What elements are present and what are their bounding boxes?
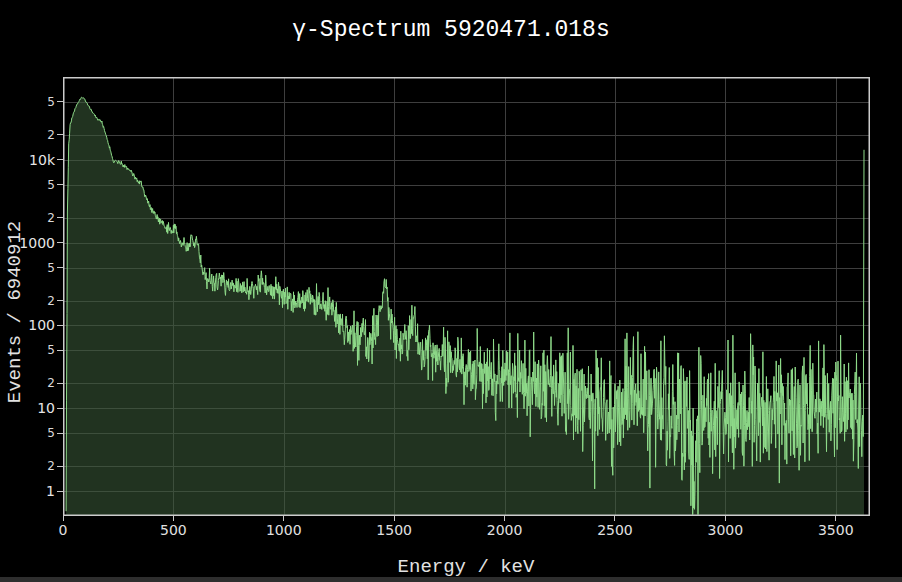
x-tickmark [63, 516, 64, 521]
y-tickmark [57, 267, 63, 268]
y-tickmark [57, 159, 63, 160]
y-tick-label: 10 [0, 401, 55, 415]
y-tick-label: 5 [0, 427, 55, 439]
y-tick-label: 1 [0, 484, 55, 498]
y-tick-label: 5 [0, 179, 55, 191]
y-tickmark [57, 325, 63, 326]
y-axis-title: Events / 6940912 [4, 221, 26, 403]
y-tickmark [57, 408, 63, 409]
x-tick-label: 1500 [376, 523, 412, 537]
x-tick-label: 3000 [708, 523, 744, 537]
y-tickmark [57, 350, 63, 351]
x-axis-title: Energy / keV [398, 556, 535, 578]
y-tickmark [57, 433, 63, 434]
app-window: γ-Spectrum 5920471.018s 1251025100251000… [0, 0, 902, 582]
y-tickmark [57, 101, 63, 102]
y-tick-label: 2 [0, 129, 55, 141]
x-tickmark [283, 516, 284, 521]
spectrum-plot-canvas[interactable] [63, 77, 870, 516]
x-tick-label: 1000 [266, 523, 302, 537]
y-tickmark [57, 242, 63, 243]
y-tickmark [57, 134, 63, 135]
y-tickmark [57, 184, 63, 185]
y-tickmark [57, 466, 63, 467]
x-tickmark [614, 516, 615, 521]
x-tick-label: 3500 [818, 523, 854, 537]
x-tick-label: 500 [160, 523, 187, 537]
bottom-bar [0, 577, 902, 582]
y-tickmark [57, 491, 63, 492]
x-tick-label: 2000 [487, 523, 523, 537]
x-tickmark [173, 516, 174, 521]
x-tickmark [394, 516, 395, 521]
x-tickmark [504, 516, 505, 521]
x-tick-label: 0 [59, 523, 68, 537]
y-tick-label: 2 [0, 460, 55, 472]
chart-title: γ-Spectrum 5920471.018s [0, 17, 902, 43]
y-tick-label: 10k [0, 153, 55, 167]
y-tickmark [57, 383, 63, 384]
y-tickmark [57, 300, 63, 301]
plot-area [63, 77, 870, 516]
x-tickmark [725, 516, 726, 521]
x-tick-label: 2500 [597, 523, 633, 537]
x-tickmark [835, 516, 836, 521]
y-tickmark [57, 217, 63, 218]
y-tick-label: 5 [0, 96, 55, 108]
